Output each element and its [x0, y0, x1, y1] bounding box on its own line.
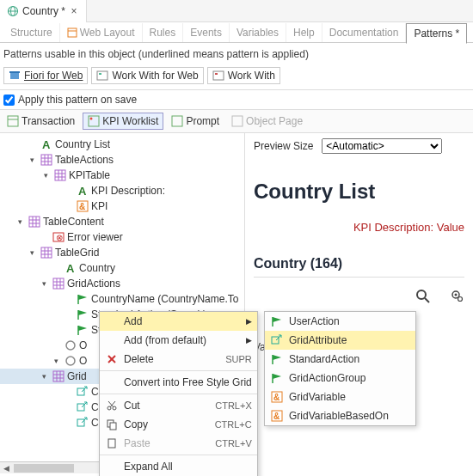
menu-item[interactable]: GridAttribute	[265, 331, 415, 350]
menu-label: UserAction	[289, 315, 340, 327]
tab-events[interactable]: Events	[183, 23, 230, 42]
tree-label: KPI	[91, 200, 108, 212]
menu-icon	[105, 418, 119, 430]
kpi-description: KPI Description: Value	[254, 212, 464, 251]
svg-rect-15	[172, 116, 182, 126]
svg-text:&: &	[273, 393, 280, 402]
expander-icon[interactable]: ▾	[26, 248, 38, 257]
svg-rect-75	[108, 439, 115, 448]
menu-item[interactable]: Expand All	[100, 457, 257, 476]
pattern-wwweb[interactable]: Work With for Web	[91, 67, 203, 84]
apply-checkbox[interactable]	[3, 95, 15, 106]
tree-item[interactable]: ▾KPITable	[0, 168, 244, 183]
tree-icon: &	[77, 200, 89, 212]
menu-item[interactable]: StandardAction	[265, 350, 415, 369]
pattern-icon	[212, 70, 224, 82]
svg-rect-31	[29, 217, 40, 227]
document-tab[interactable]: Country * ×	[0, 0, 87, 22]
pattern-fiori[interactable]: Fiori for Web	[3, 67, 88, 84]
tree-item[interactable]: ACountry	[0, 260, 244, 276]
menu-item[interactable]: GridActionGroup	[265, 369, 415, 388]
menu-icon	[105, 353, 119, 365]
context-menu[interactable]: Add▶Add (from default)▶DeleteSUPRConvert…	[99, 311, 258, 476]
document-tab-bar: Country * ×	[0, 0, 473, 22]
tree-item[interactable]: ⊗Error viewer	[0, 229, 244, 245]
editor-tabs: Structure Web Layout Rules Events Variab…	[0, 22, 473, 43]
tab-rules[interactable]: Rules	[143, 23, 184, 42]
expander-icon[interactable]: ▾	[38, 279, 50, 288]
tb-object-page[interactable]: Object Page	[227, 113, 307, 129]
pattern-toolbar: Transaction KPI Worklist Prompt Object P…	[0, 110, 473, 133]
svg-rect-7	[97, 71, 108, 80]
tree-item[interactable]: CountryName (CountryName.To	[0, 291, 244, 307]
svg-rect-3	[68, 28, 77, 37]
tab-help[interactable]: Help	[286, 23, 322, 42]
menu-shortcut: CTRL+V	[215, 438, 252, 449]
tab-label: Web Layout	[80, 27, 135, 39]
menu-item[interactable]: &GridVariable	[265, 388, 415, 406]
tree-item[interactable]: &KPI	[0, 198, 244, 214]
menu-item[interactable]: Add▶	[100, 312, 257, 331]
tb-prompt[interactable]: Prompt	[167, 113, 224, 129]
svg-rect-5	[10, 73, 19, 79]
menu-item[interactable]: Add (from default)▶	[100, 331, 257, 350]
tree-item[interactable]: ▾TableContent	[0, 214, 244, 229]
tree-icon	[77, 417, 89, 429]
tab-variables[interactable]: Variables	[230, 23, 286, 42]
menu-item[interactable]: Convert into Free Style Grid	[100, 373, 257, 392]
expander-icon[interactable]: ▾	[50, 357, 62, 365]
patterns-hint: Patterns usable in this object (underlin…	[0, 43, 473, 65]
tree-item[interactable]: ▾TableActions	[0, 152, 244, 168]
menu-item[interactable]: PasteCTRL+V	[100, 434, 257, 453]
menu-label: Expand All	[124, 461, 173, 473]
expander-icon[interactable]: ▾	[38, 372, 50, 381]
menu-icon	[270, 334, 284, 346]
expander-icon[interactable]: ▾	[14, 217, 26, 226]
menu-item[interactable]: DeleteSUPR	[100, 350, 257, 369]
tab-structure[interactable]: Structure	[3, 23, 60, 42]
menu-shortcut: SUPR	[225, 354, 252, 364]
svg-text:&: &	[273, 412, 280, 421]
context-submenu[interactable]: UserActionGridAttributeStandardActionGri…	[264, 311, 416, 426]
scroll-thumb[interactable]	[14, 464, 74, 473]
tab-documentation[interactable]: Documentation	[322, 23, 407, 42]
globe-icon	[7, 5, 19, 17]
preview-size-select[interactable]: <Automatic>	[322, 138, 442, 154]
menu-item[interactable]: CutCTRL+X	[100, 396, 257, 415]
svg-text:&: &	[79, 202, 85, 211]
svg-line-63	[425, 298, 429, 302]
svg-point-53	[66, 357, 75, 365]
scroll-left-icon[interactable]: ◀	[0, 464, 12, 473]
tree-item[interactable]: ACountry List	[0, 137, 244, 152]
search-icon[interactable]	[415, 288, 432, 305]
tree-item[interactable]: ▾TableGrid	[0, 245, 244, 260]
pattern-ww[interactable]: Work With	[207, 67, 280, 84]
pattern-label: Fiori for Web	[24, 70, 83, 82]
tree-item[interactable]: ▾GridActions	[0, 276, 244, 291]
svg-rect-11	[8, 116, 18, 126]
svg-text:A: A	[42, 138, 51, 150]
svg-rect-54	[53, 371, 64, 381]
close-icon[interactable]: ×	[69, 5, 79, 17]
menu-item[interactable]: &GridVariableBasedOn	[265, 406, 415, 425]
tb-transaction[interactable]: Transaction	[3, 113, 79, 129]
expander-icon[interactable]: ▾	[40, 171, 52, 180]
tree-icon	[52, 370, 64, 382]
expander-icon[interactable]: ▾	[26, 156, 38, 164]
menu-label: GridVariableBasedOn	[289, 410, 389, 422]
gear-icon[interactable]	[447, 288, 464, 305]
menu-item[interactable]: CopyCTRL+C	[100, 415, 257, 434]
svg-rect-10	[215, 73, 218, 75]
tree-label: Error viewer	[67, 231, 123, 243]
tab-patterns[interactable]: Patterns *	[406, 23, 467, 44]
menu-icon	[105, 437, 119, 449]
tree-item[interactable]: AKPI Description:	[0, 183, 244, 198]
svg-rect-23	[55, 170, 65, 180]
tab-web-layout[interactable]: Web Layout	[60, 23, 143, 42]
tb-kpi-worklist[interactable]: KPI Worklist	[83, 113, 163, 130]
menu-label: Add	[124, 315, 142, 327]
svg-rect-6	[9, 71, 20, 73]
menu-label: StandardAction	[289, 353, 359, 365]
menu-item[interactable]: UserAction	[265, 312, 415, 331]
menu-shortcut: CTRL+C	[215, 419, 252, 430]
